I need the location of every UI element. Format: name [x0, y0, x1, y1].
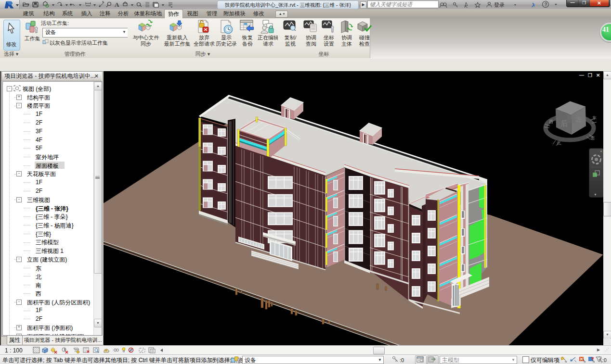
svg-text:面: 面: [590, 136, 595, 140]
svg-text:东: 东: [592, 115, 597, 120]
svg-text:西: 西: [549, 119, 553, 124]
svg-text::0: :0: [400, 357, 404, 363]
svg-text:后: 后: [560, 119, 568, 127]
svg-text:登录: 登录: [494, 2, 505, 8]
svg-text:左: 左: [576, 116, 582, 123]
svg-text::0: :0: [602, 358, 607, 363]
svg-text:X: X: [531, 1, 534, 9]
svg-text:?: ?: [545, 2, 547, 7]
svg-text:北: 北: [557, 140, 561, 145]
svg-text:A: A: [115, 1, 119, 8]
